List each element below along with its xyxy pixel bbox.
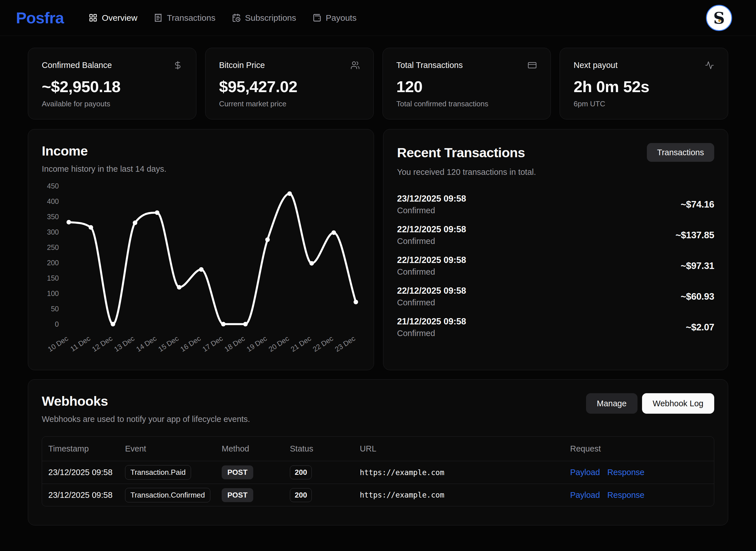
transaction-row: 22/12/2025 09:58 Confirmed ~$60.93 xyxy=(397,286,714,308)
stat-value: $95,427.02 xyxy=(219,77,360,96)
svg-text:450: 450 xyxy=(47,182,59,190)
transaction-timestamp: 21/12/2025 09:58 xyxy=(397,317,466,327)
transaction-amount: ~$2.07 xyxy=(686,322,714,333)
response-link[interactable]: Response xyxy=(607,468,645,477)
col-header-request: Request xyxy=(570,444,708,454)
income-subtitle: Income history in the last 14 days. xyxy=(42,164,360,174)
transaction-status: Confirmed xyxy=(397,298,466,307)
y-axis-ticks: 050100150200250300350400450 xyxy=(47,182,59,328)
stat-label: Next payout xyxy=(574,61,618,70)
nav-item-payouts[interactable]: Payouts xyxy=(313,13,356,23)
webhook-url: https://example.com xyxy=(360,468,570,477)
recent-transactions-subtitle: You received 120 transactions in total. xyxy=(397,167,714,177)
transaction-timestamp: 22/12/2025 09:58 xyxy=(397,224,466,234)
income-line xyxy=(69,194,356,324)
avatar[interactable]: S xyxy=(706,5,732,31)
manage-button[interactable]: Manage xyxy=(586,393,637,414)
stat-card-next-payout: Next payout 2h 0m 52s 6pm UTC xyxy=(560,48,728,119)
transaction-row: 21/12/2025 09:58 Confirmed ~$2.07 xyxy=(397,316,714,338)
svg-text:22 Dec: 22 Dec xyxy=(311,334,335,354)
svg-text:23 Dec: 23 Dec xyxy=(333,334,357,354)
table-row: 23/12/2025 09:58 Transaction.Paid POST 2… xyxy=(42,461,714,484)
event-badge: Transaction.Paid xyxy=(125,465,191,480)
nav-item-overview[interactable]: Overview xyxy=(89,13,137,23)
svg-text:50: 50 xyxy=(51,305,59,313)
recent-transactions-title: Recent Transactions xyxy=(397,145,525,160)
transaction-timestamp: 22/12/2025 09:58 xyxy=(397,255,466,265)
svg-text:200: 200 xyxy=(47,259,59,267)
table-row: 23/12/2025 09:58 Transaction.Confirmed P… xyxy=(42,484,714,506)
svg-text:300: 300 xyxy=(47,228,59,236)
svg-text:13 Dec: 13 Dec xyxy=(113,334,136,354)
stat-value: ~$2,950.18 xyxy=(42,77,182,96)
transaction-amount: ~$137.85 xyxy=(676,230,714,240)
avatar-letter: S xyxy=(713,10,725,26)
payload-link[interactable]: Payload xyxy=(570,490,600,500)
payload-link[interactable]: Payload xyxy=(570,468,600,477)
stat-label: Bitcoin Price xyxy=(219,61,265,70)
nav-label: Overview xyxy=(102,13,137,23)
x-axis-labels: 10 Dec11 Dec12 Dec13 Dec14 Dec15 Dec16 D… xyxy=(46,334,357,354)
dollar-icon xyxy=(173,61,182,70)
calendar-clock-icon xyxy=(232,13,241,22)
response-link[interactable]: Response xyxy=(607,490,645,500)
main-nav: Overview Transactions Subscriptions Payo… xyxy=(89,13,706,23)
transaction-status: Confirmed xyxy=(397,267,466,277)
transaction-status: Confirmed xyxy=(397,236,466,246)
stat-value: 120 xyxy=(396,77,537,96)
transactions-list: 23/12/2025 09:58 Confirmed ~$74.16 22/12… xyxy=(397,193,714,338)
svg-text:16 Dec: 16 Dec xyxy=(179,334,202,354)
users-icon xyxy=(350,61,360,70)
nav-label: Subscriptions xyxy=(245,13,296,23)
transaction-row: 22/12/2025 09:58 Confirmed ~$137.85 xyxy=(397,224,714,246)
stat-card-total-transactions: Total Transactions 120 Total confirmed t… xyxy=(383,48,551,119)
webhook-table-header: Timestamp Event Method Status URL Reques… xyxy=(42,437,714,461)
dashboard: Confirmed Balance ~$2,950.18 Available f… xyxy=(0,36,756,525)
webhook-timestamp: 23/12/2025 09:58 xyxy=(48,468,125,477)
stat-subtext: 6pm UTC xyxy=(574,99,714,108)
income-title: Income xyxy=(42,143,360,159)
svg-text:21 Dec: 21 Dec xyxy=(289,334,313,354)
middle-row: Income Income history in the last 14 day… xyxy=(28,129,728,370)
col-header-url: URL xyxy=(360,444,570,454)
method-badge: POST xyxy=(222,465,253,479)
svg-text:10 Dec: 10 Dec xyxy=(46,334,70,354)
stat-subtext: Current market price xyxy=(219,99,360,108)
webhook-log-button[interactable]: Webhook Log xyxy=(642,393,714,414)
status-badge: 200 xyxy=(290,488,312,502)
col-header-status: Status xyxy=(290,444,360,454)
transaction-amount: ~$60.93 xyxy=(681,291,714,302)
credit-card-icon xyxy=(527,61,537,70)
receipt-icon xyxy=(154,13,163,22)
svg-text:18 Dec: 18 Dec xyxy=(223,334,246,354)
webhook-timestamp: 23/12/2025 09:58 xyxy=(48,490,125,500)
webhook-log-table: Timestamp Event Method Status URL Reques… xyxy=(42,436,714,506)
method-badge: POST xyxy=(222,488,253,502)
grid-icon xyxy=(89,13,97,22)
svg-text:400: 400 xyxy=(47,197,59,205)
nav-item-subscriptions[interactable]: Subscriptions xyxy=(232,13,296,23)
svg-text:100: 100 xyxy=(47,290,59,298)
transaction-status: Confirmed xyxy=(397,206,466,215)
top-nav: Posfra Overview Transactions Subscriptio… xyxy=(0,0,756,36)
stat-cards-row: Confirmed Balance ~$2,950.18 Available f… xyxy=(28,48,728,119)
svg-text:14 Dec: 14 Dec xyxy=(135,334,158,354)
webhooks-title: Webhooks xyxy=(42,393,250,409)
transaction-amount: ~$74.16 xyxy=(681,199,714,210)
income-panel: Income Income history in the last 14 day… xyxy=(28,129,374,370)
col-header-timestamp: Timestamp xyxy=(48,444,125,454)
nav-item-transactions[interactable]: Transactions xyxy=(154,13,215,23)
transaction-row: 23/12/2025 09:58 Confirmed ~$74.16 xyxy=(397,193,714,215)
transaction-timestamp: 22/12/2025 09:58 xyxy=(397,286,466,296)
svg-text:350: 350 xyxy=(47,213,59,220)
stat-label: Confirmed Balance xyxy=(42,61,112,70)
recent-transactions-panel: Recent Transactions Transactions You rec… xyxy=(383,129,728,370)
avatar-accent-dot xyxy=(718,19,721,22)
income-chart: 05010015020025030035040045010 Dec11 Dec1… xyxy=(42,182,361,354)
col-header-method: Method xyxy=(222,444,290,454)
svg-text:15 Dec: 15 Dec xyxy=(157,334,180,354)
svg-text:0: 0 xyxy=(55,320,59,328)
col-header-event: Event xyxy=(125,444,222,454)
transaction-timestamp: 23/12/2025 09:58 xyxy=(397,194,466,204)
transactions-button[interactable]: Transactions xyxy=(647,143,714,162)
